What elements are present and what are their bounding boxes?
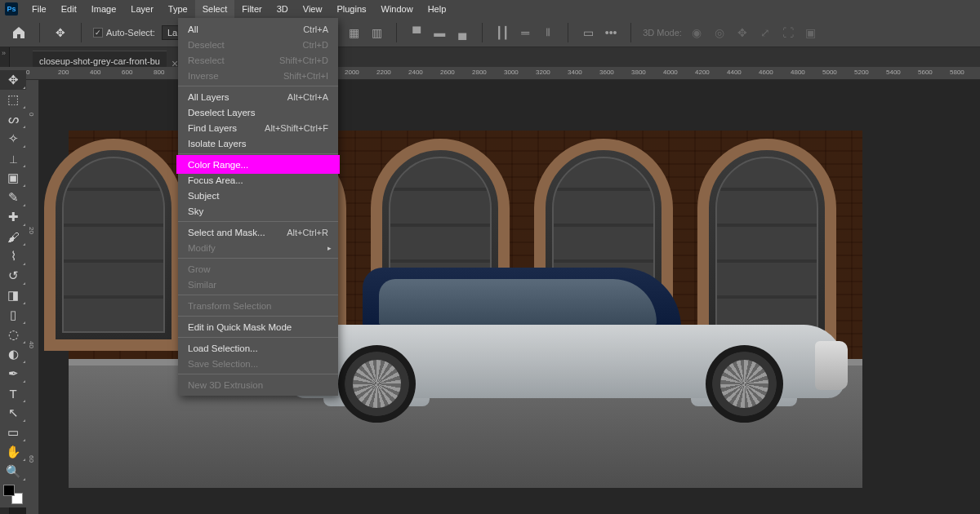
distribute-h-icon[interactable]: ┃┃	[494, 24, 510, 41]
menubar: Ps FileEditImageLayerTypeSelectFilter3DV…	[0, 0, 980, 18]
menu-item-subject[interactable]: Subject	[178, 188, 338, 203]
menu-item-load-selection[interactable]: Load Selection...	[178, 340, 338, 356]
menu-select[interactable]: Select	[195, 0, 235, 18]
menu-plugins[interactable]: Plugins	[329, 0, 373, 18]
tool-marquee[interactable]: ⬚	[0, 90, 26, 109]
toolbar: ✥⬚ᔕ✧⟂▣✎✚🖌⌇↺◨▯◌◐✒T↖▭✋🔍	[0, 67, 26, 507]
tool-eraser[interactable]: ◨	[0, 286, 26, 305]
tool-path[interactable]: ↖	[0, 403, 26, 423]
menu-item-isolate-layers[interactable]: Isolate Layers	[178, 135, 338, 151]
color-swatches[interactable]	[3, 485, 23, 504]
select-menu-dropdown: AllCtrl+ADeselectCtrl+DReselectShift+Ctr…	[178, 18, 338, 396]
menu-item-similar: Similar	[178, 277, 338, 292]
tool-stamp[interactable]: ⌇	[0, 246, 26, 266]
align-top-icon[interactable]: ▀	[408, 24, 425, 41]
menu-edit[interactable]: Edit	[54, 0, 84, 18]
menu-3d[interactable]: 3D	[270, 0, 296, 18]
tool-shape[interactable]: ▭	[0, 423, 26, 442]
tool-hand[interactable]: ✋	[0, 442, 26, 462]
menu-item-color-range[interactable]: Color Range...	[178, 157, 338, 172]
menu-help[interactable]: Help	[421, 0, 454, 18]
menu-item-reselect: ReselectShift+Ctrl+D	[178, 52, 338, 68]
tool-heal[interactable]: ✚	[0, 207, 26, 227]
tool-type[interactable]: T	[0, 383, 26, 403]
more-icon[interactable]: •••	[603, 24, 619, 41]
home-icon[interactable]	[10, 24, 28, 42]
align-bottom-icon[interactable]: ▄	[454, 24, 470, 41]
tool-crop[interactable]: ⟂	[0, 148, 26, 168]
tool-history[interactable]: ↺	[0, 266, 26, 286]
menu-item-edit-in-quick-mask-mode[interactable]: Edit in Quick Mask Mode	[178, 319, 338, 335]
3d-pan-icon: ✥	[734, 24, 751, 41]
menu-item-deselect-layers[interactable]: Deselect Layers	[178, 104, 338, 120]
menu-view[interactable]: View	[296, 0, 330, 18]
3d-orbit-icon: ◉	[688, 24, 705, 41]
3d-scale-icon: ⛶	[780, 24, 796, 41]
tool-gradient[interactable]: ▯	[0, 305, 26, 325]
tool-pen[interactable]: ✒	[0, 364, 26, 383]
menu-layer[interactable]: Layer	[123, 0, 161, 18]
align-right-icon[interactable]: ▥	[368, 24, 385, 41]
distribute-v-icon[interactable]: ═	[517, 24, 533, 41]
menu-item-all-layers[interactable]: All LayersAlt+Ctrl+A	[178, 89, 338, 104]
3d-mode-label: 3D Mode:	[643, 28, 682, 38]
menu-item-grow: Grow	[178, 261, 338, 277]
menu-item-inverse: InverseShift+Ctrl+I	[178, 68, 338, 83]
menu-item-sky[interactable]: Sky	[178, 203, 338, 219]
distribute-icon[interactable]: ⫴	[540, 24, 556, 41]
move-tool-icon[interactable]: ✥	[51, 24, 69, 42]
tool-dodge[interactable]: ◐	[0, 344, 26, 364]
app-logo[interactable]: Ps	[5, 2, 18, 16]
3d-slide-icon: ⤢	[757, 24, 773, 41]
menu-item-save-selection: Save Selection...	[178, 356, 338, 371]
menu-type[interactable]: Type	[161, 0, 195, 18]
3d-roll-icon: ◎	[711, 24, 728, 41]
ruler-horizontal[interactable]: 0200400600800100012001400160018002000220…	[26, 67, 980, 80]
tool-wand[interactable]: ✧	[0, 129, 26, 148]
tool-move[interactable]: ✥	[0, 70, 26, 90]
menu-item-new-3d-extrusion: New 3D Extrusion	[178, 377, 338, 392]
align-to-icon[interactable]: ▭	[580, 24, 596, 41]
menu-item-find-layers[interactable]: Find LayersAlt+Shift+Ctrl+F	[178, 120, 338, 135]
3d-camera-icon: ▣	[803, 24, 819, 41]
tool-brush[interactable]: 🖌	[0, 227, 26, 246]
menu-window[interactable]: Window	[374, 0, 421, 18]
tool-zoom[interactable]: 🔍	[0, 462, 26, 481]
menu-filter[interactable]: Filter	[234, 0, 269, 18]
tool-blur[interactable]: ◌	[0, 325, 26, 344]
auto-select-checkbox[interactable]: ✓Auto-Select:	[93, 28, 155, 38]
align-middle-icon[interactable]: ▬	[431, 24, 448, 41]
tool-eyedrop[interactable]: ✎	[0, 188, 26, 207]
align-center-icon[interactable]: ▦	[345, 24, 362, 41]
tool-lasso[interactable]: ᔕ	[0, 109, 26, 129]
tool-frame[interactable]: ▣	[0, 168, 26, 188]
menu-image[interactable]: Image	[84, 0, 124, 18]
menu-item-select-and-mask[interactable]: Select and Mask...Alt+Ctrl+R	[178, 224, 338, 240]
ruler-vertical[interactable]: 0204060	[26, 80, 39, 514]
menu-item-transform-selection: Transform Selection	[178, 298, 338, 313]
menu-item-deselect: DeselectCtrl+D	[178, 37, 338, 52]
menu-item-focus-area[interactable]: Focus Area...	[178, 172, 338, 188]
menu-file[interactable]: File	[24, 0, 54, 18]
options-bar: ✥ ✓Auto-Select: La ▤ ▦ ▥ ▀ ▬ ▄ ┃┃ ═ ⫴ ▭ …	[0, 18, 980, 47]
menu-item-all[interactable]: AllCtrl+A	[178, 21, 338, 37]
menu-item-modify: Modify	[178, 240, 338, 255]
